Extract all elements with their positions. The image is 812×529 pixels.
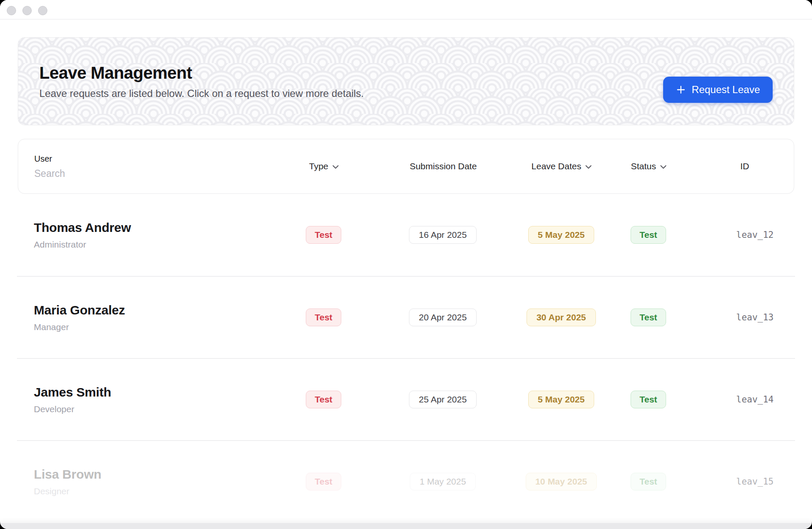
window-zoom-button[interactable] (38, 6, 47, 15)
column-header-leave-dates[interactable]: Leave Dates (532, 161, 592, 171)
bottom-bar (0, 523, 812, 529)
leave-dates-badge: 5 May 2025 (528, 226, 595, 244)
chevron-down-icon (660, 165, 667, 169)
plus-icon (676, 85, 686, 95)
submission-date-badge: 1 May 2025 (410, 473, 476, 490)
user-cell: James Smith Developer (34, 385, 288, 414)
page-header-card: Leave Management Leave requests are list… (18, 37, 794, 125)
page-header-text: Leave Management Leave requests are list… (18, 63, 364, 100)
type-badge: Test (306, 226, 341, 244)
status-badge: Test (631, 226, 666, 244)
window-close-button[interactable] (7, 6, 16, 15)
user-search-input[interactable] (34, 168, 212, 179)
submission-date-badge: 20 Apr 2025 (409, 309, 476, 326)
row-id: leav_14 (736, 394, 774, 405)
user-name: James Smith (34, 385, 288, 400)
chevron-down-icon (585, 165, 592, 169)
table-row[interactable]: James Smith Developer Test 25 Apr 2025 5… (17, 358, 795, 440)
row-id: leav_12 (736, 230, 774, 240)
user-role: Manager (34, 322, 288, 332)
leave-dates-badge: 30 Apr 2025 (527, 309, 595, 326)
user-role: Administrator (34, 239, 288, 250)
column-header-status[interactable]: Status (631, 161, 667, 171)
type-badge: Test (306, 391, 341, 408)
type-badge: Test (306, 473, 341, 490)
user-cell: Lisa Brown Designer (34, 467, 288, 496)
user-role: Developer (34, 404, 288, 414)
submission-date-badge: 25 Apr 2025 (409, 391, 476, 408)
request-leave-button[interactable]: Request Leave (663, 77, 773, 103)
row-id: leav_15 (736, 477, 774, 487)
table-header-card: User Type Submission Date Leave Dates (18, 139, 794, 194)
page-subtitle: Leave requests are listed below. Click o… (39, 87, 364, 100)
request-leave-label: Request Leave (692, 84, 760, 96)
leave-dates-badge: 10 May 2025 (526, 473, 597, 490)
user-cell: Thomas Andrew Administrator (34, 220, 288, 250)
table-row[interactable]: Maria Gonzalez Manager Test 20 Apr 2025 … (17, 276, 795, 358)
user-name: Lisa Brown (34, 467, 288, 482)
status-badge: Test (631, 473, 666, 490)
window-minimize-button[interactable] (22, 6, 32, 15)
status-badge: Test (631, 309, 666, 326)
submission-date-badge: 16 Apr 2025 (409, 226, 476, 244)
status-badge: Test (631, 391, 666, 408)
leave-request-list: Thomas Andrew Administrator Test 16 Apr … (17, 194, 795, 522)
user-column-header: User (34, 154, 288, 179)
column-header-type[interactable]: Type (309, 161, 339, 171)
app-window: Leave Management Leave requests are list… (0, 0, 812, 529)
row-id: leav_13 (736, 312, 774, 322)
table-row[interactable]: Lisa Brown Designer Test 1 May 2025 10 M… (17, 440, 795, 522)
type-badge: Test (306, 309, 341, 326)
chevron-down-icon (332, 165, 339, 169)
leave-dates-badge: 5 May 2025 (528, 391, 595, 408)
table-row[interactable]: Thomas Andrew Administrator Test 16 Apr … (17, 194, 795, 276)
user-name: Maria Gonzalez (34, 303, 288, 318)
user-name: Thomas Andrew (34, 220, 288, 235)
user-column-label: User (34, 154, 288, 164)
page-title: Leave Management (39, 63, 364, 83)
window-titlebar (0, 0, 812, 19)
user-role: Designer (34, 486, 288, 496)
user-cell: Maria Gonzalez Manager (34, 303, 288, 332)
column-header-id: ID (741, 161, 749, 171)
column-header-submission-date: Submission Date (410, 161, 477, 171)
